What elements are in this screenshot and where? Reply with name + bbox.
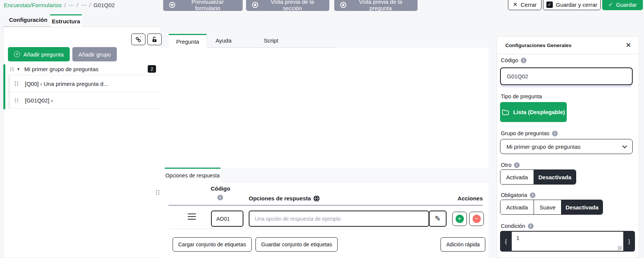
- info-icon[interactable]: i: [521, 58, 526, 63]
- toggle-conditions-button[interactable]: [131, 34, 145, 45]
- save-button[interactable]: ✓ Guardar: [602, 0, 643, 10]
- caret-down-icon[interactable]: ▾: [17, 67, 20, 72]
- edit-option-button[interactable]: ✎: [429, 211, 447, 227]
- preview-icon: [252, 2, 258, 8]
- answer-code-input[interactable]: [211, 211, 243, 227]
- tab-script[interactable]: Script: [264, 37, 278, 44]
- other-option-activada[interactable]: Activada: [500, 170, 534, 184]
- brace-close: }: [623, 231, 635, 252]
- tab-ayuda[interactable]: Ayuda: [216, 37, 231, 44]
- info-icon[interactable]: i: [528, 223, 534, 229]
- breadcrumb-collapsed-1[interactable]: ⋯: [69, 2, 74, 8]
- breadcrumb-collapsed-2[interactable]: ⋯: [81, 2, 87, 8]
- tab-pregunta[interactable]: Pregunta: [169, 34, 207, 48]
- tab-estructura[interactable]: Estructura: [50, 14, 82, 27]
- settings-panel-body: Código i Tipo de pregunta Lista (Despleg…: [500, 54, 636, 258]
- mandatory-option-desactivada[interactable]: Desactivada: [561, 200, 603, 214]
- pencil-icon: ✎: [435, 214, 441, 223]
- table-header-divider: [168, 205, 483, 206]
- mandatory-option-suave[interactable]: Suave: [534, 200, 561, 214]
- question-type-button[interactable]: Lista (Desplegable): [500, 102, 567, 122]
- other-option-desactivada[interactable]: Desactivada: [534, 170, 576, 184]
- breadcrumb-current: G01Q02: [93, 2, 115, 8]
- tab-configuracion[interactable]: Configuración: [9, 17, 47, 23]
- breadcrumb-separator: /: [64, 2, 66, 8]
- drag-handle-icon[interactable]: [15, 98, 18, 103]
- preview-icon: [340, 2, 346, 8]
- close-button[interactable]: ✕ Cerrar: [508, 0, 542, 10]
- preview-icon: [169, 2, 175, 8]
- quick-add-button[interactable]: Adición rápida: [441, 237, 485, 252]
- answer-option-input[interactable]: [249, 211, 429, 227]
- breadcrumb: Encuestas/Formularios/⋯/⋯/G01Q02: [4, 2, 115, 9]
- question-group-select[interactable]: Mi primer grupo de preguntas: [500, 139, 633, 154]
- question-list-item[interactable]: [G01Q02] ›: [9, 92, 161, 109]
- resize-handle-icon[interactable]: [618, 246, 622, 250]
- breadcrumb-surveys-link[interactable]: Encuestas/Formularios: [4, 2, 61, 8]
- preview-section-button[interactable]: Vista previa de la sección: [246, 0, 329, 11]
- save-label-set-button[interactable]: Guardar conjunto de etiquetas: [255, 237, 338, 252]
- limesurvey-question-editor: Encuestas/Formularios/⋯/⋯/G01Q02 Previsu…: [0, 0, 644, 258]
- question-type-label: Tipo de pregunta: [501, 93, 542, 99]
- options-tab-strip: [220, 168, 488, 182]
- folder-icon: [502, 109, 509, 115]
- minus-circle-icon: −: [473, 215, 481, 223]
- close-icon: ✕: [513, 1, 518, 8]
- group-question-count-badge: 2: [148, 65, 156, 73]
- breadcrumb-separator: /: [77, 2, 78, 8]
- other-label: Otro i: [501, 162, 520, 168]
- unlink-icon: [135, 36, 142, 43]
- condition-label: Condición i: [501, 223, 534, 229]
- group-title[interactable]: Mi primer grupo de preguntas: [24, 66, 99, 72]
- close-icon[interactable]: ✕: [626, 41, 631, 49]
- drag-handle-icon[interactable]: [10, 67, 14, 72]
- lock-button[interactable]: [147, 34, 162, 45]
- other-toggle: Activada Desactivada: [500, 169, 576, 185]
- remove-option-button[interactable]: −: [469, 212, 484, 226]
- info-icon[interactable]: i: [217, 195, 223, 200]
- unlock-icon: [151, 36, 158, 43]
- info-icon[interactable]: i: [552, 131, 558, 136]
- structure-sidebar: + Añadir pregunta Añadir grupo ▾ Mi prim…: [3, 27, 161, 258]
- add-question-button[interactable]: + Añadir pregunta: [8, 47, 70, 61]
- column-header-actions: Acciones: [416, 195, 483, 202]
- mandatory-label: Obligatoria i: [501, 192, 535, 198]
- info-icon[interactable]: i: [530, 192, 535, 198]
- column-header-options: Opciones de respuesta: [249, 195, 320, 202]
- question-group-label: Grupo de preguntas i: [501, 130, 558, 136]
- add-option-button[interactable]: +: [452, 212, 467, 226]
- answer-options-section: Opciones de respuesta Código i Opciones …: [160, 168, 488, 258]
- general-settings-panel: Configuraciones Generales ✕ Código i Tip…: [497, 36, 639, 258]
- chevron-down-icon: [622, 144, 627, 148]
- settings-panel-title: Configuraciones Generales: [505, 43, 572, 48]
- plus-circle-icon: +: [456, 215, 464, 223]
- tab-opciones-de-respuesta[interactable]: Opciones de respuesta: [165, 168, 220, 182]
- mandatory-option-activada[interactable]: Activada: [500, 200, 534, 214]
- code-label: Código i: [501, 57, 526, 63]
- question-code-input[interactable]: [500, 67, 633, 85]
- column-header-code: Código: [202, 185, 239, 192]
- preview-question-button[interactable]: Vista previa de la pregunta: [334, 0, 418, 11]
- question-list-item[interactable]: [Q00] › Una primera pregunta d...: [9, 75, 161, 92]
- table-row-divider: [168, 229, 483, 229]
- panel-resize-handle[interactable]: [156, 190, 159, 195]
- info-icon[interactable]: i: [514, 162, 520, 168]
- breadcrumb-separator: /: [89, 2, 91, 8]
- add-group-button[interactable]: Añadir grupo: [72, 47, 117, 61]
- brace-open: {: [500, 231, 512, 252]
- globe-icon[interactable]: [314, 195, 320, 202]
- load-label-set-button[interactable]: Cargar conjunto de etiquetas: [173, 237, 252, 252]
- save-and-close-button[interactable]: ✓ Guardar y cerrar: [543, 0, 601, 10]
- drag-handle-icon[interactable]: [15, 81, 18, 86]
- question-text-editor[interactable]: [160, 48, 488, 168]
- condition-input-group: { 1 }: [500, 231, 635, 252]
- question-group-row[interactable]: ▾ Mi primer grupo de preguntas 2: [5, 63, 161, 75]
- row-drag-handle-icon[interactable]: [188, 214, 196, 221]
- checkbox-check-icon: ✓: [546, 2, 553, 8]
- settings-panel-header: Configuraciones Generales ✕: [497, 37, 639, 54]
- preview-form-button[interactable]: Previsualizar formulario: [163, 0, 243, 11]
- mandatory-toggle: Activada Suave Desactivada: [500, 200, 603, 215]
- check-icon: ✓: [608, 1, 613, 8]
- condition-input[interactable]: 1: [512, 231, 623, 252]
- plus-circle-icon: +: [14, 51, 20, 57]
